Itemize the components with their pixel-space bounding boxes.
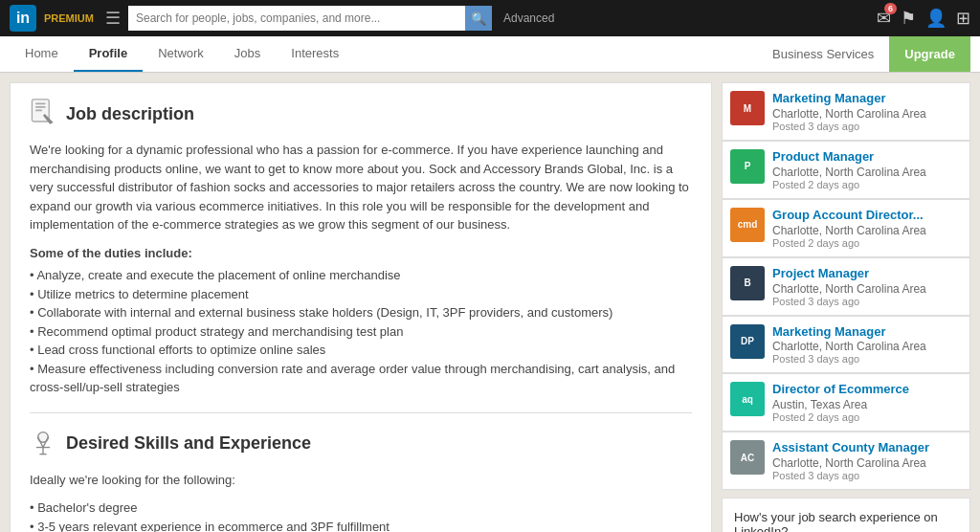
job-logo: P [730, 149, 765, 184]
job-logo: cmd [730, 208, 765, 242]
job-posted: Posted 2 days ago [772, 237, 962, 249]
flag-icon[interactable]: ⚑ [901, 8, 916, 29]
divider [30, 412, 692, 413]
job-posted: Posted 2 days ago [772, 411, 962, 423]
job-location: Charlotte, North Carolina Area [772, 224, 962, 237]
job-desc-heading: Job description [30, 99, 692, 129]
job-card[interactable]: aq Director of Ecommerce Austin, Texas A… [722, 373, 970, 432]
job-location: Charlotte, North Carolina Area [772, 166, 962, 179]
skills-title: Desired Skills and Experience [66, 433, 311, 454]
messages-badge: 6 [884, 3, 897, 14]
right-panel: M Marketing Manager Charlotte, North Car… [722, 82, 970, 532]
job-posted: Posted 3 days ago [772, 470, 962, 481]
document-icon [30, 99, 56, 129]
job-posted: Posted 3 days ago [772, 353, 962, 365]
job-logo: B [730, 266, 765, 300]
search-input[interactable] [128, 6, 465, 31]
grid-icon[interactable]: ⊞ [956, 8, 970, 29]
list-item: Utilize metrics to determine placement [30, 285, 692, 304]
top-icons: ✉ 6 ⚑ 👤 ⊞ [877, 8, 970, 29]
job-logo: aq [730, 382, 765, 416]
job-logo: AC [730, 440, 765, 475]
job-info: Group Account Director... Charlotte, Nor… [772, 208, 962, 249]
list-item: Lead cross functional efforts to optimiz… [30, 341, 692, 360]
main-content: Job description We're looking for a dyna… [0, 73, 980, 532]
nav-business-services[interactable]: Business Services [757, 36, 889, 72]
search-button[interactable]: 🔍 [465, 6, 492, 31]
job-posted: Posted 3 days ago [772, 296, 962, 307]
job-logo: DP [730, 324, 765, 359]
job-posted: Posted 3 days ago [772, 121, 962, 132]
job-card[interactable]: cmd Group Account Director... Charlotte,… [722, 199, 970, 257]
skills-intro: Ideally we're looking for the following: [30, 471, 692, 490]
list-item: Collaborate with internal and external b… [30, 303, 692, 322]
svg-rect-3 [35, 110, 42, 112]
svg-rect-1 [35, 102, 46, 104]
job-desc-title: Job description [66, 104, 194, 124]
nav-upgrade[interactable]: Upgrade [889, 36, 970, 72]
job-logo: M [730, 91, 765, 125]
profile-icon[interactable]: 👤 [925, 8, 947, 29]
job-posted: Posted 2 days ago [772, 179, 962, 190]
job-location: Charlotte, North Carolina Area [772, 282, 962, 296]
job-title[interactable]: Marketing Manager [772, 91, 962, 107]
advanced-search-link[interactable]: Advanced [503, 11, 554, 25]
svg-rect-2 [35, 106, 46, 108]
job-info: Marketing Manager Charlotte, North Carol… [772, 91, 962, 132]
job-card[interactable]: B Project Manager Charlotte, North Carol… [722, 257, 970, 316]
nav-interests[interactable]: Interests [276, 36, 354, 72]
job-title[interactable]: Product Manager [772, 149, 962, 166]
feedback-question: How's your job search experience on Link… [734, 510, 958, 532]
list-item: Measure effectiveness including conversi… [30, 360, 692, 397]
job-card[interactable]: P Product Manager Charlotte, North Carol… [722, 141, 970, 199]
secondary-nav: Home Profile Network Jobs Interests Busi… [0, 36, 980, 73]
job-info: Project Manager Charlotte, North Carolin… [772, 266, 962, 307]
nav-jobs[interactable]: Jobs [219, 36, 276, 72]
job-card[interactable]: M Marketing Manager Charlotte, North Car… [722, 82, 970, 141]
job-title[interactable]: Group Account Director... [772, 208, 962, 224]
list-item: Bachelor's degree [30, 499, 692, 518]
skills-heading: Desired Skills and Experience [30, 429, 692, 459]
job-cards-list: M Marketing Manager Charlotte, North Car… [722, 82, 970, 490]
premium-label: PREMIUM [44, 12, 94, 24]
job-desc-body: We're looking for a dynamic professional… [30, 141, 692, 234]
job-location: Charlotte, North Carolina Area [772, 107, 962, 121]
job-info: Product Manager Charlotte, North Carolin… [772, 149, 962, 190]
skills-icon [30, 429, 56, 459]
nav-profile[interactable]: Profile [74, 36, 143, 72]
menu-icon[interactable]: ☰ [105, 8, 121, 29]
job-title[interactable]: Project Manager [772, 266, 962, 282]
job-info: Director of Ecommerce Austin, Texas Area… [772, 382, 962, 423]
job-title[interactable]: Assistant County Manager [772, 440, 962, 456]
duties-label: Some of the duties include: [30, 244, 692, 263]
job-card[interactable]: DP Marketing Manager Charlotte, North Ca… [722, 316, 970, 374]
duties-list: Analyze, create and execute the placemen… [30, 266, 692, 397]
job-location: Charlotte, North Carolina Area [772, 340, 962, 353]
messages-icon[interactable]: ✉ 6 [877, 8, 891, 29]
search-box: 🔍 [128, 6, 492, 31]
job-location: Austin, Texas Area [772, 398, 962, 411]
job-info: Assistant County Manager Charlotte, Nort… [772, 440, 962, 481]
list-item: Recommend optimal product strategy and m… [30, 322, 692, 342]
job-location: Charlotte, North Carolina Area [772, 456, 962, 470]
top-bar: in PREMIUM ☰ 🔍 Advanced ✉ 6 ⚑ 👤 ⊞ [0, 0, 980, 36]
nav-home[interactable]: Home [10, 36, 74, 72]
linkedin-logo: in [10, 5, 36, 32]
skills-list: Bachelor's degree 3-5 years relevant exp… [30, 499, 692, 532]
job-title[interactable]: Marketing Manager [772, 324, 962, 341]
list-item: Analyze, create and execute the placemen… [30, 266, 692, 285]
job-panel: Job description We're looking for a dyna… [10, 82, 712, 532]
job-card[interactable]: AC Assistant County Manager Charlotte, N… [722, 432, 970, 490]
feedback-box: How's your job search experience on Link… [722, 498, 970, 532]
nav-right: Business Services Upgrade [757, 36, 970, 72]
list-item: 3-5 years relevant experience in ecommer… [30, 518, 692, 533]
nav-network[interactable]: Network [143, 36, 219, 72]
job-title[interactable]: Director of Ecommerce [772, 382, 962, 398]
job-info: Marketing Manager Charlotte, North Carol… [772, 324, 962, 366]
